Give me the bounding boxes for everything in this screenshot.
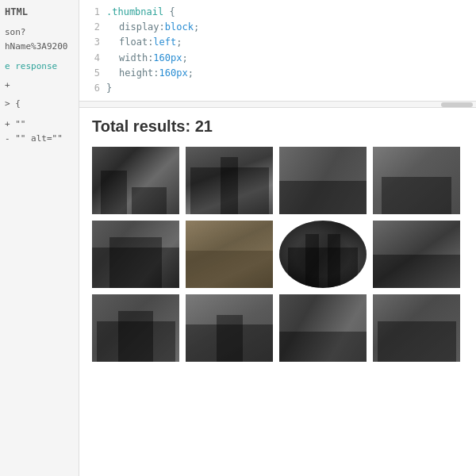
thumbnail-image	[373, 294, 460, 362]
code-line-6: 6 }	[79, 81, 476, 96]
sidebar-line: - "" alt=""	[5, 132, 74, 146]
thumbnail-image	[373, 147, 460, 214]
code-line-3: 3 float:left;	[79, 35, 476, 50]
css-brace: {	[163, 5, 175, 20]
results-title: Total results: 21	[92, 117, 463, 136]
line-number: 3	[86, 35, 100, 50]
code-line-4: 4 width:160px;	[79, 51, 476, 66]
thumbnail-item[interactable]	[279, 221, 367, 288]
thumbnail-item[interactable]	[373, 221, 460, 288]
thumbnail-item[interactable]	[92, 294, 179, 362]
sidebar-line: + ""	[5, 117, 74, 132]
line-number: 5	[86, 66, 100, 81]
thumbnail-item[interactable]	[279, 147, 367, 214]
sidebar-line: hName%3A9200	[5, 40, 74, 54]
html-tab[interactable]: HTML	[5, 6, 74, 17]
css-property: float:left;	[119, 35, 182, 50]
thumbnail-item[interactable]	[279, 294, 367, 362]
line-number: 2	[86, 20, 100, 35]
thumbnail-item[interactable]	[186, 221, 273, 288]
line-number: 6	[86, 81, 100, 96]
code-line-5: 5 height:160px;	[79, 66, 476, 81]
code-line-2: 2 display:block;	[79, 20, 476, 35]
css-property: width:160px;	[119, 51, 188, 66]
thumbnail-image	[92, 147, 179, 214]
line-number: 4	[86, 51, 100, 66]
line-number: 1	[86, 5, 100, 20]
thumbnail-item[interactable]	[92, 221, 179, 288]
sidebar-line: +	[5, 79, 74, 93]
sidebar-line: son?	[5, 25, 74, 40]
code-editor: 1 .thumbnail { 2 display:block; 3 float:…	[79, 0, 476, 102]
thumbnail-image	[373, 221, 460, 288]
css-property: height:160px;	[119, 66, 194, 81]
main-panel: 1 .thumbnail { 2 display:block; 3 float:…	[79, 0, 476, 476]
sidebar: HTML son? hName%3A9200 e response + > { …	[0, 0, 79, 476]
css-property: display:block;	[119, 20, 199, 35]
thumbnail-item[interactable]	[186, 294, 273, 362]
thumbnail-item[interactable]	[373, 294, 460, 362]
thumbnail-item[interactable]	[373, 147, 460, 214]
thumbnail-grid	[92, 147, 463, 362]
thumbnail-image	[186, 294, 273, 362]
sidebar-content: son? hName%3A9200 e response + > { + "" …	[5, 25, 74, 145]
scrollbar-thumb[interactable]	[441, 102, 473, 107]
css-close-brace: }	[106, 81, 112, 96]
thumbnail-image	[279, 294, 367, 362]
sidebar-line: > {	[5, 97, 74, 111]
results-panel: Total results: 21	[79, 108, 476, 476]
thumbnail-image	[279, 221, 367, 288]
thumbnail-image	[92, 221, 179, 288]
css-selector: .thumbnail	[106, 5, 163, 20]
thumbnail-image	[186, 221, 273, 288]
thumbnail-image	[92, 294, 179, 362]
sidebar-line: e response	[5, 60, 74, 74]
scrollbar-area[interactable]	[79, 102, 476, 108]
thumbnail-item[interactable]	[92, 147, 179, 214]
code-line-1: 1 .thumbnail {	[79, 5, 476, 20]
thumbnail-item[interactable]	[186, 147, 273, 214]
thumbnail-image	[279, 147, 367, 214]
thumbnail-image	[186, 147, 273, 214]
